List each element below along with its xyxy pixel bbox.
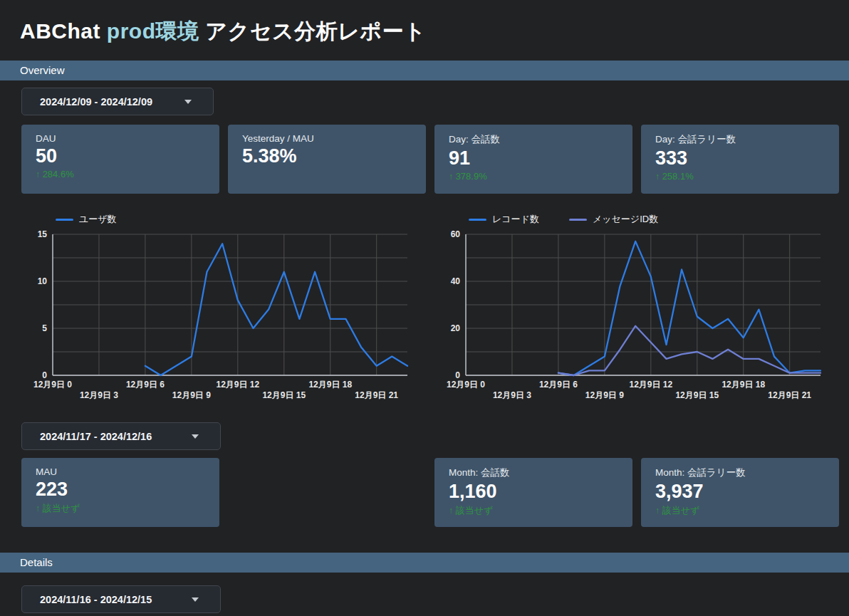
page-title: ABChat prod環境 アクセス分析レポート [20,17,829,46]
page-title-prefix: ABChat [20,19,107,43]
up-arrow-icon: ↑ [449,172,453,182]
month-kpi-row: MAU 223 ↑ 該当せず Month: 会話数 1,160 ↑ 該当せず M… [21,458,839,527]
kpi-value: 3,937 [655,480,825,503]
kpi-value: 91 [449,147,618,169]
svg-text:12月9日 9: 12月9日 9 [585,390,624,400]
details-section-label: Details [20,556,53,568]
chevron-down-icon [192,434,199,439]
kpi-value: 333 [655,147,825,169]
kpi-label: Day: 会話数 [449,133,618,146]
up-arrow-icon: ↑ [36,169,40,179]
chart-legend: ユーザ数 [21,210,426,229]
svg-text:60: 60 [451,229,461,239]
legend-swatch-icon [56,219,73,221]
kpi-label: Month: 会話数 [449,466,618,479]
details-section-bar: Details [0,553,849,573]
kpi-value: 50 [36,145,205,167]
kpi-delta: ↑ 284.6% [36,169,205,179]
svg-text:12月9日 6: 12月9日 6 [126,380,165,390]
kpi-delta: ↑ 該当せず [655,504,825,517]
kpi-delta-value: 該当せず [456,505,494,516]
svg-text:12月9日 3: 12月9日 3 [80,390,118,400]
records-chart-canvas: 020406012月9日 012月9日 312月9日 612月9日 912月9日… [434,229,839,409]
up-arrow-icon: ↑ [655,506,660,516]
up-arrow-icon: ↑ [655,172,660,182]
chart-legend: レコード数 メッセージID数 [434,210,839,229]
svg-text:12月9日 9: 12月9日 9 [172,390,211,400]
svg-text:12月9日 0: 12月9日 0 [33,380,72,390]
details-range-value: 2024/11/16 - 2024/12/15 [40,594,152,605]
stat-card-month-conversations: Month: 会話数 1,160 ↑ 該当せず [434,458,632,527]
legend-swatch-icon [569,219,587,221]
up-arrow-icon: ↑ [449,506,453,516]
kpi-delta: ↑ 258.1% [655,171,825,182]
overview-section-label: Overview [20,64,65,76]
kpi-label: Month: 会話ラリー数 [655,466,825,479]
charts-row: ユーザ数 05101512月9日 012月9日 312月9日 612月9日 91… [21,210,839,409]
stat-card-day-rallies: Day: 会話ラリー数 333 ↑ 258.1% [641,125,839,194]
svg-text:12月9日 15: 12月9日 15 [675,390,719,400]
day-range-picker[interactable]: 2024/12/09 - 2024/12/09 [21,88,214,115]
kpi-delta-value: 378.9% [456,171,487,182]
svg-text:40: 40 [451,276,461,286]
page-title-suffix: アクセス分析レポート [199,19,427,43]
legend-item-records[interactable]: レコード数 [469,213,539,226]
stat-card-mau: MAU 223 ↑ 該当せず [21,458,219,527]
app-header: ABChat prod環境 アクセス分析レポート [0,0,849,61]
month-range-picker[interactable]: 2024/11/17 - 2024/12/16 [21,422,221,450]
kpi-label: Yesterday / MAU [242,133,412,144]
kpi-delta-value: 該当せず [662,505,700,516]
kpi-label: Day: 会話ラリー数 [655,133,825,146]
svg-text:15: 15 [38,229,48,239]
kpi-delta-value: 258.1% [662,171,694,182]
details-range-picker[interactable]: 2024/11/16 - 2024/12/15 [21,585,221,613]
svg-text:20: 20 [451,323,461,333]
svg-text:12月9日 18: 12月9日 18 [722,380,765,390]
overview-section-bar: Overview [0,61,849,80]
kpi-delta-value: 284.6% [43,169,74,179]
day-kpi-row: DAU 50 ↑ 284.6% Yesterday / MAU 5.38% Da… [21,125,839,194]
kpi-label: MAU [36,466,205,477]
day-range-value: 2024/12/09 - 2024/12/09 [40,96,152,108]
users-chart-canvas: 05101512月9日 012月9日 312月9日 612月9日 912月9日 … [21,229,426,409]
kpi-value: 223 [36,478,205,501]
chevron-down-icon [184,100,192,104]
svg-text:12月9日 6: 12月9日 6 [539,380,578,390]
stat-card-yesterday-mau: Yesterday / MAU 5.38% [228,125,426,194]
stat-card-month-rallies: Month: 会話ラリー数 3,937 ↑ 該当せず [641,458,839,527]
kpi-delta: ↑ 該当せず [449,504,618,517]
users-chart: ユーザ数 05101512月9日 012月9日 312月9日 612月9日 91… [21,210,426,409]
svg-text:12月9日 18: 12月9日 18 [308,380,352,390]
svg-text:12月9日 21: 12月9日 21 [355,390,398,400]
svg-text:12月9日 0: 12月9日 0 [447,380,485,390]
page-title-env: prod環境 [107,19,199,43]
kpi-delta: ↑ 378.9% [449,171,618,182]
records-chart: レコード数 メッセージID数 020406012月9日 012月9日 312月9… [434,210,839,409]
legend-label: ユーザ数 [79,213,117,226]
legend-item-users[interactable]: ユーザ数 [56,213,117,226]
month-range-value: 2024/11/17 - 2024/12/16 [40,431,152,442]
kpi-label: DAU [36,133,205,144]
svg-text:12月9日 21: 12月9日 21 [768,390,811,400]
svg-text:12月9日 12: 12月9日 12 [629,380,672,390]
kpi-delta: ↑ 該当せず [36,502,205,515]
svg-text:5: 5 [42,323,47,333]
svg-text:10: 10 [38,276,48,286]
svg-text:12月9日 12: 12月9日 12 [216,380,259,390]
kpi-value: 5.38% [242,145,412,167]
stat-card-dau: DAU 50 ↑ 284.6% [21,125,219,194]
legend-label: メッセージID数 [593,213,658,226]
legend-swatch-icon [469,219,486,221]
kpi-value: 1,160 [449,480,618,503]
legend-item-message-ids[interactable]: メッセージID数 [569,213,658,226]
chevron-down-icon [192,597,199,602]
stat-card-day-conversations: Day: 会話数 91 ↑ 378.9% [434,125,632,194]
svg-text:12月9日 15: 12月9日 15 [262,390,306,400]
legend-label: レコード数 [492,213,539,226]
up-arrow-icon: ↑ [36,503,40,513]
kpi-delta-value: 該当せず [43,503,80,513]
svg-text:12月9日 3: 12月9日 3 [493,390,531,400]
